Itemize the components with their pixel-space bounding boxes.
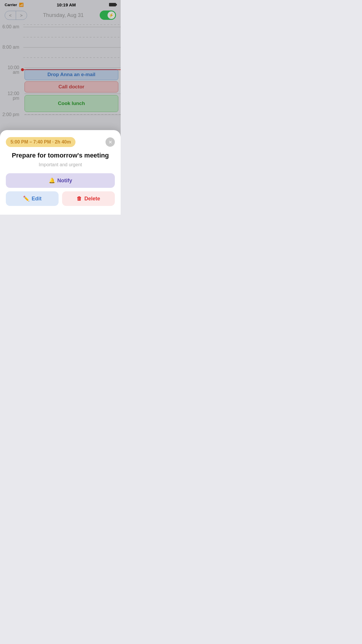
edit-button[interactable]: ✏️ Edit (6, 191, 59, 206)
sheet-time-badge: 5:00 PM – 7:40 PM · 2h 40m (6, 137, 75, 147)
delete-button[interactable]: 🗑 Delete (62, 191, 115, 206)
sheet-subtitle: Important and urgent (6, 162, 115, 167)
delete-icon: 🗑 (77, 196, 82, 202)
notify-label: Notify (57, 178, 72, 184)
edit-icon: ✏️ (23, 195, 29, 202)
bottom-sheet: 5:00 PM – 7:40 PM · 2h 40m ✕ Prepare for… (0, 130, 121, 215)
sheet-header: 5:00 PM – 7:40 PM · 2h 40m ✕ (6, 137, 115, 147)
notify-icon: 🔔 (49, 177, 55, 184)
delete-label: Delete (84, 196, 100, 202)
close-button[interactable]: ✕ (106, 137, 115, 147)
edit-label: Edit (32, 196, 42, 202)
notify-button[interactable]: 🔔 Notify (6, 173, 115, 188)
sheet-title: Prepare for tomorrow's meeting (6, 152, 115, 159)
action-row: ✏️ Edit 🗑 Delete (6, 191, 115, 206)
